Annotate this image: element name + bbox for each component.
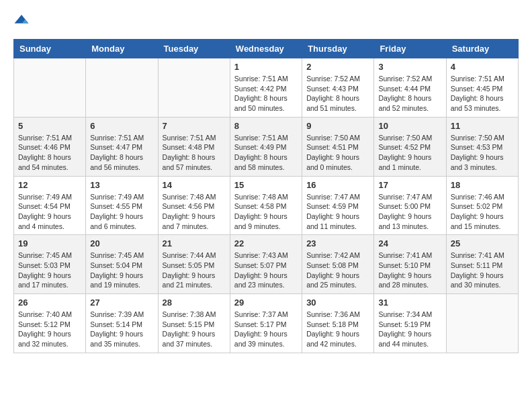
calendar-cell: 3Sunrise: 7:52 AM Sunset: 4:44 PM Daylig… bbox=[374, 58, 446, 118]
col-header-sunday: Sunday bbox=[14, 40, 86, 58]
calendar-cell: 21Sunrise: 7:44 AM Sunset: 5:05 PM Dayli… bbox=[158, 235, 230, 294]
day-number: 3 bbox=[378, 62, 441, 72]
day-info: Sunrise: 7:48 AM Sunset: 4:56 PM Dayligh… bbox=[163, 192, 226, 232]
calendar-cell: 17Sunrise: 7:47 AM Sunset: 5:00 PM Dayli… bbox=[374, 176, 446, 235]
day-info: Sunrise: 7:52 AM Sunset: 4:44 PM Dayligh… bbox=[378, 74, 441, 113]
day-number: 2 bbox=[306, 62, 369, 72]
calendar-cell: 11Sunrise: 7:50 AM Sunset: 4:53 PM Dayli… bbox=[446, 117, 518, 176]
day-number: 11 bbox=[451, 121, 514, 131]
logo bbox=[13, 13, 32, 28]
col-header-friday: Friday bbox=[374, 40, 446, 58]
calendar-cell: 18Sunrise: 7:46 AM Sunset: 5:02 PM Dayli… bbox=[446, 176, 518, 235]
calendar-cell: 14Sunrise: 7:48 AM Sunset: 4:56 PM Dayli… bbox=[158, 176, 230, 235]
day-info: Sunrise: 7:41 AM Sunset: 5:11 PM Dayligh… bbox=[451, 250, 514, 290]
calendar-cell: 8Sunrise: 7:51 AM Sunset: 4:49 PM Daylig… bbox=[230, 117, 302, 176]
calendar-cell: 6Sunrise: 7:51 AM Sunset: 4:47 PM Daylig… bbox=[86, 117, 158, 176]
logo-icon bbox=[13, 13, 30, 27]
day-info: Sunrise: 7:37 AM Sunset: 5:17 PM Dayligh… bbox=[234, 310, 298, 349]
day-number: 14 bbox=[163, 180, 226, 190]
col-header-thursday: Thursday bbox=[302, 40, 374, 58]
calendar-cell: 4Sunrise: 7:51 AM Sunset: 4:45 PM Daylig… bbox=[446, 58, 518, 118]
calendar-cell: 10Sunrise: 7:50 AM Sunset: 4:52 PM Dayli… bbox=[374, 117, 446, 176]
day-info: Sunrise: 7:50 AM Sunset: 4:52 PM Dayligh… bbox=[378, 133, 441, 173]
calendar-cell: 2Sunrise: 7:52 AM Sunset: 4:43 PM Daylig… bbox=[302, 58, 374, 118]
col-header-saturday: Saturday bbox=[446, 40, 518, 58]
day-info: Sunrise: 7:49 AM Sunset: 4:55 PM Dayligh… bbox=[90, 192, 153, 232]
day-info: Sunrise: 7:47 AM Sunset: 5:00 PM Dayligh… bbox=[378, 192, 441, 232]
calendar-cell: 16Sunrise: 7:47 AM Sunset: 4:59 PM Dayli… bbox=[302, 176, 374, 235]
col-header-wednesday: Wednesday bbox=[230, 40, 302, 58]
day-number: 31 bbox=[378, 298, 441, 308]
calendar-cell: 29Sunrise: 7:37 AM Sunset: 5:17 PM Dayli… bbox=[230, 294, 302, 353]
calendar-cell: 23Sunrise: 7:42 AM Sunset: 5:08 PM Dayli… bbox=[302, 235, 374, 294]
day-number: 8 bbox=[234, 121, 298, 131]
day-info: Sunrise: 7:51 AM Sunset: 4:46 PM Dayligh… bbox=[18, 133, 81, 173]
day-info: Sunrise: 7:41 AM Sunset: 5:10 PM Dayligh… bbox=[378, 250, 441, 290]
day-number: 13 bbox=[90, 180, 153, 190]
calendar-cell: 12Sunrise: 7:49 AM Sunset: 4:54 PM Dayli… bbox=[14, 176, 86, 235]
calendar-cell bbox=[86, 58, 158, 118]
day-info: Sunrise: 7:44 AM Sunset: 5:05 PM Dayligh… bbox=[163, 250, 226, 290]
day-number: 20 bbox=[90, 238, 153, 248]
day-number: 25 bbox=[451, 238, 514, 248]
day-info: Sunrise: 7:51 AM Sunset: 4:49 PM Dayligh… bbox=[234, 133, 298, 173]
calendar-cell: 20Sunrise: 7:45 AM Sunset: 5:04 PM Dayli… bbox=[86, 235, 158, 294]
day-number: 16 bbox=[306, 180, 369, 190]
day-number: 15 bbox=[234, 180, 298, 190]
day-info: Sunrise: 7:51 AM Sunset: 4:42 PM Dayligh… bbox=[234, 74, 298, 113]
day-number: 9 bbox=[306, 121, 369, 131]
day-info: Sunrise: 7:51 AM Sunset: 4:45 PM Dayligh… bbox=[451, 74, 514, 113]
day-info: Sunrise: 7:43 AM Sunset: 5:07 PM Dayligh… bbox=[234, 250, 298, 290]
day-info: Sunrise: 7:50 AM Sunset: 4:53 PM Dayligh… bbox=[451, 133, 514, 173]
col-header-monday: Monday bbox=[86, 40, 158, 58]
day-number: 23 bbox=[306, 238, 369, 248]
day-info: Sunrise: 7:46 AM Sunset: 5:02 PM Dayligh… bbox=[451, 192, 514, 232]
calendar-table: SundayMondayTuesdayWednesdayThursdayFrid… bbox=[13, 39, 519, 353]
day-number: 27 bbox=[90, 298, 153, 308]
day-info: Sunrise: 7:51 AM Sunset: 4:48 PM Dayligh… bbox=[163, 133, 226, 173]
calendar-cell: 27Sunrise: 7:39 AM Sunset: 5:14 PM Dayli… bbox=[86, 294, 158, 353]
day-number: 10 bbox=[378, 121, 441, 131]
calendar-cell: 24Sunrise: 7:41 AM Sunset: 5:10 PM Dayli… bbox=[374, 235, 446, 294]
calendar-cell bbox=[446, 294, 518, 353]
day-number: 24 bbox=[378, 238, 441, 248]
day-number: 4 bbox=[451, 62, 514, 72]
day-number: 17 bbox=[378, 180, 441, 190]
day-number: 1 bbox=[234, 62, 298, 72]
day-number: 19 bbox=[18, 238, 81, 248]
calendar-cell: 5Sunrise: 7:51 AM Sunset: 4:46 PM Daylig… bbox=[14, 117, 86, 176]
calendar-cell: 26Sunrise: 7:40 AM Sunset: 5:12 PM Dayli… bbox=[14, 294, 86, 353]
day-number: 6 bbox=[90, 121, 153, 131]
day-info: Sunrise: 7:51 AM Sunset: 4:47 PM Dayligh… bbox=[90, 133, 153, 173]
calendar-cell: 31Sunrise: 7:34 AM Sunset: 5:19 PM Dayli… bbox=[374, 294, 446, 353]
day-info: Sunrise: 7:34 AM Sunset: 5:19 PM Dayligh… bbox=[378, 310, 441, 349]
calendar-cell bbox=[14, 58, 86, 118]
calendar-cell: 15Sunrise: 7:48 AM Sunset: 4:58 PM Dayli… bbox=[230, 176, 302, 235]
calendar-cell: 25Sunrise: 7:41 AM Sunset: 5:11 PM Dayli… bbox=[446, 235, 518, 294]
calendar-cell: 30Sunrise: 7:36 AM Sunset: 5:18 PM Dayli… bbox=[302, 294, 374, 353]
day-info: Sunrise: 7:40 AM Sunset: 5:12 PM Dayligh… bbox=[18, 310, 81, 349]
day-info: Sunrise: 7:38 AM Sunset: 5:15 PM Dayligh… bbox=[163, 310, 226, 349]
day-info: Sunrise: 7:49 AM Sunset: 4:54 PM Dayligh… bbox=[18, 192, 81, 232]
calendar-cell: 19Sunrise: 7:45 AM Sunset: 5:03 PM Dayli… bbox=[14, 235, 86, 294]
day-number: 22 bbox=[234, 238, 298, 248]
page-header bbox=[13, 13, 519, 28]
day-number: 5 bbox=[18, 121, 81, 131]
day-info: Sunrise: 7:45 AM Sunset: 5:03 PM Dayligh… bbox=[18, 250, 81, 290]
calendar-cell: 13Sunrise: 7:49 AM Sunset: 4:55 PM Dayli… bbox=[86, 176, 158, 235]
day-info: Sunrise: 7:52 AM Sunset: 4:43 PM Dayligh… bbox=[306, 74, 369, 113]
day-info: Sunrise: 7:45 AM Sunset: 5:04 PM Dayligh… bbox=[90, 250, 153, 290]
calendar-cell bbox=[158, 58, 230, 118]
day-info: Sunrise: 7:42 AM Sunset: 5:08 PM Dayligh… bbox=[306, 250, 369, 290]
day-info: Sunrise: 7:47 AM Sunset: 4:59 PM Dayligh… bbox=[306, 192, 369, 232]
day-number: 28 bbox=[163, 298, 226, 308]
calendar-cell: 28Sunrise: 7:38 AM Sunset: 5:15 PM Dayli… bbox=[158, 294, 230, 353]
day-info: Sunrise: 7:39 AM Sunset: 5:14 PM Dayligh… bbox=[90, 310, 153, 349]
day-number: 26 bbox=[18, 298, 81, 308]
day-number: 7 bbox=[163, 121, 226, 131]
calendar-cell: 1Sunrise: 7:51 AM Sunset: 4:42 PM Daylig… bbox=[230, 58, 302, 118]
day-number: 12 bbox=[18, 180, 81, 190]
col-header-tuesday: Tuesday bbox=[158, 40, 230, 58]
day-number: 18 bbox=[451, 180, 514, 190]
calendar-cell: 22Sunrise: 7:43 AM Sunset: 5:07 PM Dayli… bbox=[230, 235, 302, 294]
